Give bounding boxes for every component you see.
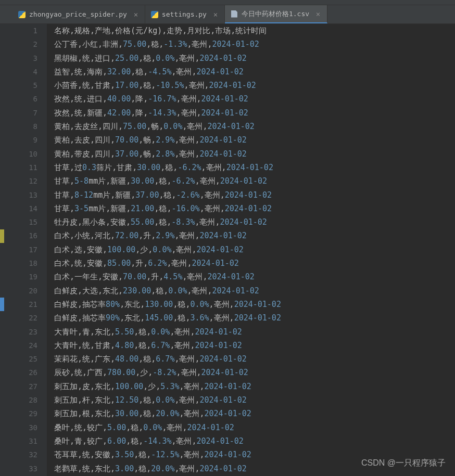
tab-settings-py[interactable]: settings.py × bbox=[145, 5, 225, 23]
csv-row: 白鲜皮,抽芯率80%,东北,130.00,稳,0.0%,亳州,2024-01-0… bbox=[54, 298, 455, 311]
editor[interactable]: 1234567891011121314151617181920212223242… bbox=[0, 24, 455, 476]
tab-label: 今日中药材价格1.csv bbox=[242, 9, 309, 19]
line-number-gutter: 1234567891011121314151617181920212223242… bbox=[9, 24, 47, 476]
line-number: 33 bbox=[9, 462, 37, 475]
line-number: 6 bbox=[9, 92, 37, 106]
titlebar bbox=[0, 0, 455, 5]
csv-row: 甘草,5-8mm片,新疆,30.00,稳,-6.2%,亳州,2024-01-02 bbox=[54, 174, 455, 188]
line-number: 27 bbox=[9, 380, 37, 393]
line-number: 7 bbox=[9, 106, 37, 120]
csv-row: 黄柏,去皮,四川,70.00,畅,2.9%,亳州,2024-01-02 bbox=[54, 133, 455, 147]
csv-row: 黄柏,去皮丝,四川,75.00,畅,0.0%,亳州,2024-01-02 bbox=[54, 120, 455, 133]
close-icon[interactable]: × bbox=[212, 11, 219, 18]
tab-label: settings.py bbox=[162, 10, 207, 18]
csv-row: 刺五加,皮,东北,100.00,少,5.3%,亳州,2024-01-02 bbox=[54, 380, 455, 393]
csv-row: 甘草,8-12mm片,新疆,37.00,稳,-2.6%,亳州,2024-01-0… bbox=[54, 188, 455, 202]
line-number: 23 bbox=[9, 325, 37, 339]
csv-row: 公丁香,小红,非洲,75.00,稳,-1.3%,亳州,2024-01-02 bbox=[54, 37, 455, 51]
line-number: 3 bbox=[9, 52, 37, 65]
gutter-left bbox=[0, 24, 9, 476]
csv-row: 刺五加,根,东北,30.00,稳,20.0%,亳州,2024-01-02 bbox=[54, 407, 455, 420]
csv-row: 白术,小统,河北,72.00,升,2.9%,亳州,2024-01-02 bbox=[54, 229, 455, 242]
csv-row: 孜然,统,新疆,42.00,降,-14.3%,亳州,2024-01-02 bbox=[54, 106, 455, 120]
python-icon bbox=[18, 10, 26, 19]
line-number: 4 bbox=[9, 65, 37, 79]
csv-row: 白术,统,安徽,85.00,升,6.2%,亳州,2024-01-02 bbox=[54, 256, 455, 270]
csv-row: 白术,选,安徽,100.00,少,0.0%,亳州,2024-01-02 bbox=[54, 243, 455, 256]
watermark: CSDN @一只程序猿子 bbox=[361, 458, 446, 469]
csv-row: 桑叶,统,较广,5.00,稳,0.0%,亳州,2024-01-02 bbox=[54, 421, 455, 434]
csv-row: 白鲜皮,抽芯率90%,东北,145.00,稳,3.6%,亳州,2024-01-0… bbox=[54, 311, 455, 325]
csv-row: 甘草,过0.3筛片,甘肃,30.00,稳,-6.2%,亳州,2024-01-02 bbox=[54, 161, 455, 174]
line-number: 1 bbox=[9, 24, 37, 37]
line-number: 10 bbox=[9, 147, 37, 161]
csv-header-line: 名称,规格,产地,价格(元/kg),走势,月对比,市场,统计时间 bbox=[54, 24, 455, 37]
gutter-marker bbox=[0, 229, 4, 243]
csv-row: 大青叶,青,东北,5.50,稳,0.0%,亳州,2024-01-02 bbox=[54, 325, 455, 339]
line-number: 9 bbox=[9, 133, 37, 147]
line-number: 26 bbox=[9, 366, 37, 379]
line-number: 5 bbox=[9, 79, 37, 92]
csv-row: 孜然,统,进口,40.00,降,-16.7%,亳州,2024-01-02 bbox=[54, 92, 455, 106]
close-icon[interactable]: × bbox=[314, 10, 322, 18]
line-number: 29 bbox=[9, 407, 37, 420]
line-number: 21 bbox=[9, 298, 37, 311]
csv-row: 刺五加,杆,东北,12.50,稳,0.0%,亳州,2024-01-02 bbox=[54, 393, 455, 407]
tab-bar: zhongyao_price_spider.py × settings.py ×… bbox=[0, 5, 455, 24]
line-number: 22 bbox=[9, 311, 37, 325]
tab-spider-py[interactable]: zhongyao_price_spider.py × bbox=[12, 5, 145, 23]
line-number: 15 bbox=[9, 215, 37, 229]
csv-row: 桑叶,青,较广,6.00,稳,-14.3%,亳州,2024-01-02 bbox=[54, 434, 455, 448]
line-number: 31 bbox=[9, 434, 37, 448]
line-number: 24 bbox=[9, 339, 37, 352]
file-icon bbox=[230, 10, 238, 18]
line-number: 8 bbox=[9, 120, 37, 133]
csv-row: 黄柏,带皮,四川,37.00,畅,2.8%,亳州,2024-01-02 bbox=[54, 147, 455, 161]
line-number: 2 bbox=[9, 37, 37, 51]
csv-row: 甘草,3-5mm片,新疆,21.00,稳,-16.0%,亳州,2024-01-0… bbox=[54, 202, 455, 215]
tab-csv[interactable]: 今日中药材价格1.csv × bbox=[225, 5, 327, 23]
csv-row: 牡丹皮,黑小条,安徽,55.00,稳,-8.3%,亳州,2024-01-02 bbox=[54, 215, 455, 229]
close-icon[interactable]: × bbox=[132, 11, 140, 18]
csv-row: 白鲜皮,大选,东北,230.00,稳,0.0%,亳州,2024-01-02 bbox=[54, 284, 455, 298]
line-number: 12 bbox=[9, 174, 37, 188]
line-number: 28 bbox=[9, 393, 37, 407]
python-icon bbox=[150, 10, 159, 19]
csv-row: 小茴香,统,甘肃,17.00,稳,-10.5%,亳州,2024-01-02 bbox=[54, 79, 455, 92]
line-number: 13 bbox=[9, 188, 37, 202]
line-number: 11 bbox=[9, 161, 37, 174]
csv-row: 白术,一年生,安徽,70.00,升,4.5%,亳州,2024-01-02 bbox=[54, 270, 455, 284]
csv-row: 茉莉花,统,广东,48.00,稳,6.7%,亳州,2024-01-02 bbox=[54, 352, 455, 366]
gutter-marker bbox=[0, 298, 4, 311]
editor-content[interactable]: 名称,规格,产地,价格(元/kg),走势,月对比,市场,统计时间公丁香,小红,非… bbox=[47, 24, 455, 476]
csv-row: 大青叶,统,甘肃,4.80,稳,6.7%,亳州,2024-01-02 bbox=[54, 339, 455, 352]
line-number: 14 bbox=[9, 202, 37, 215]
line-number: 18 bbox=[9, 256, 37, 270]
line-number: 25 bbox=[9, 352, 37, 366]
line-number: 30 bbox=[9, 421, 37, 434]
csv-row: 黑胡椒,统,进口,25.00,稳,0.0%,亳州,2024-01-02 bbox=[54, 52, 455, 65]
line-number: 16 bbox=[9, 229, 37, 242]
line-number: 20 bbox=[9, 284, 37, 298]
line-number: 19 bbox=[9, 270, 37, 284]
tab-label: zhongyao_price_spider.py bbox=[29, 10, 127, 18]
csv-row: 益智,统,海南,32.00,稳,-4.5%,亳州,2024-01-02 bbox=[54, 65, 455, 79]
line-number: 32 bbox=[9, 448, 37, 461]
csv-row: 辰砂,统,广西,780.00,少,-8.2%,亳州,2024-01-02 bbox=[54, 366, 455, 379]
line-number: 17 bbox=[9, 243, 37, 256]
